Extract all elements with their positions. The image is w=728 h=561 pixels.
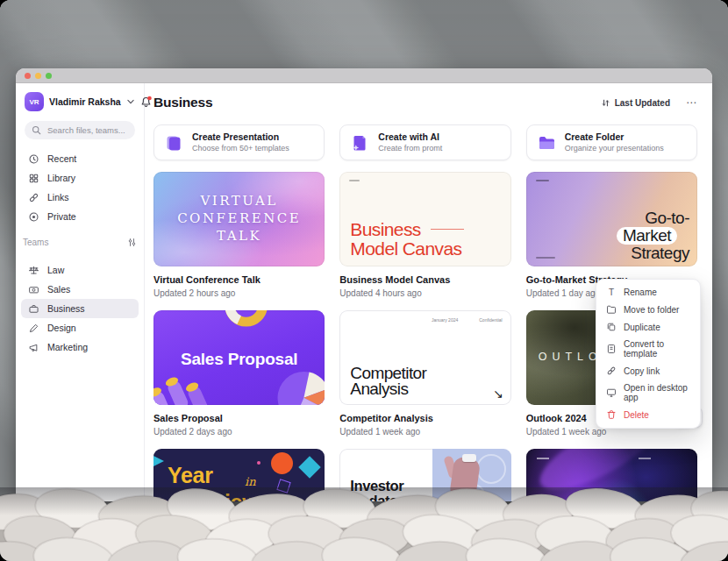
scales-icon [28,265,39,276]
card-updated: Updated 2 hours ago [153,288,325,299]
menu-item-delete[interactable]: Delete [596,406,700,423]
create-title: Create Folder [565,131,664,142]
sidebar-item-label: Law [47,265,64,275]
card-updated: Updated 4 hours ago [339,288,510,299]
thumbnail-art-text: Competitor Analysis [350,366,426,398]
pebbles-photo [0,487,728,561]
card-title: Competitor Analysis [339,413,510,424]
sidebar-item-marketing[interactable]: Marketing [21,337,139,357]
folder-icon [536,132,557,153]
sidebar-item-design[interactable]: Design [21,318,139,337]
sidebar-item-label: Marketing [47,342,88,352]
sort-label: Last Updated [615,98,670,108]
menu-item-move-to-folder[interactable]: Move to folder [596,301,700,318]
sidebar-item-label: Business [47,303,85,314]
create-title: Create with AI [378,131,442,142]
thumbnail-art-text: Business Model Canvas [350,220,463,259]
create-subtitle: Organize your presentations [565,144,664,153]
decor-diamond [299,456,321,478]
minimize-button[interactable] [35,73,41,79]
banknote-icon [28,284,39,295]
thumbnail-tiny-text [349,180,360,181]
sidebar: VR Vladimir Raksha [16,83,145,501]
screenshot-stage: VR Vladimir Raksha [0,0,728,561]
thumbnail-art-text: Sales Proposal [153,310,325,405]
thumbnail-go-to-market-strategy[interactable]: Go-to- Market Strategy [526,172,697,266]
sidebar-item-library[interactable]: Library [21,168,139,188]
thumbnail-art-text: VIRTUAL CONFERENCE TALK [153,172,325,266]
workspace-switcher[interactable]: VR Vladimir Raksha [16,90,144,113]
app-window: VR Vladimir Raksha [16,68,712,501]
link-icon [28,192,39,203]
sidebar-item-label: Library [47,173,75,183]
card-updated: Updated 1 week ago [339,427,510,437]
sidebar-item-business[interactable]: Business [21,299,139,318]
trash-icon [606,409,617,420]
zoom-button[interactable] [46,73,52,79]
folder-icon [606,304,617,315]
menu-item-duplicate[interactable]: Duplicate [596,318,700,336]
clock-icon [28,153,39,165]
sidebar-item-label: Links [47,192,69,202]
avatar: VR [25,92,44,111]
window-titlebar [16,68,712,83]
create-title: Create Presentation [192,131,289,142]
card-title: Virtual Conference Talk [153,274,325,286]
decor-circle [271,452,293,474]
menu-item-rename[interactable]: T Rename [596,284,700,301]
ai-doc-icon [349,132,370,153]
presentation-card-sales-proposal[interactable]: Sales Proposal Sales Proposal Updated 2 … [153,310,325,437]
search-bar[interactable] [25,121,135,139]
thumbnail-sales-proposal[interactable]: Sales Proposal [153,310,325,405]
chevron-down-icon [127,99,134,104]
thumbnail-art-text: Go-to- Market Strategy [617,209,689,262]
menu-item-convert-to-template[interactable]: Convert to template [596,336,700,362]
create-presentation-button[interactable]: Create Presentation Choose from 50+ temp… [153,124,325,160]
thumbnail-business-model-canvas[interactable]: Business Model Canvas [339,172,510,266]
thumbnail-tiny-text [536,257,555,259]
duplicate-icon [606,322,617,332]
decor-triangle [153,456,164,466]
sidebar-item-recent[interactable]: Recent [21,149,139,168]
create-folder-button[interactable]: Create Folder Organize your presentation… [526,124,697,160]
thumbnail-virtual-conference-talk[interactable]: VIRTUAL CONFERENCE TALK [153,172,325,266]
sidebar-item-private[interactable]: Private [21,207,139,226]
presentation-card-business-model-canvas[interactable]: Business Model Canvas Business Model Can… [339,172,510,299]
presentation-card-competitor-analysis[interactable]: January 2024Confidential Competitor Anal… [339,310,510,437]
create-subtitle: Choose from 50+ templates [192,144,289,153]
sort-arrows-icon [601,98,610,108]
teams-section-label: Teams [23,238,48,247]
card-title: Business Model Canvas [339,274,510,286]
more-options-icon[interactable]: ⋯ [686,97,697,108]
teams-sort-icon[interactable] [127,238,137,247]
sidebar-item-links[interactable]: Links [21,188,139,207]
menu-item-copy-link[interactable]: Copy link [596,362,700,380]
thumbnail-art-text: in [245,475,256,488]
decor-dot [257,461,261,465]
context-menu: T Rename Move to folder Duplicate Conve [596,279,701,429]
presentation-card-virtual-conference-talk[interactable]: VIRTUAL CONFERENCE TALK Virtual Conferen… [153,172,325,299]
sidebar-item-law[interactable]: Law [21,260,139,280]
create-subtitle: Create from promt [378,144,442,153]
thumbnail-tiny-text [536,180,549,181]
search-input[interactable] [46,124,128,136]
thumbnail-meta-text: January 2024Confidential [339,317,502,323]
sidebar-item-label: Private [47,211,76,222]
menu-item-open-in-desktop-app[interactable]: Open in desktop app [596,380,700,406]
dash-line [431,229,464,231]
sidebar-item-label: Design [47,323,76,333]
sort-button[interactable]: Last Updated [601,98,670,108]
close-button[interactable] [25,73,31,79]
template-icon [606,344,617,354]
create-with-ai-button[interactable]: Create with AI Create from promt [339,124,510,160]
thumbnail-art-text: Year [168,463,213,488]
arrow-down-right-icon: ↘ [493,387,503,401]
presentation-doc-icon [163,132,184,153]
card-updated: Updated 2 days ago [153,427,325,437]
monitor-icon [606,387,617,398]
thumbnail-tiny-text [639,458,651,459]
card-title: Sales Proposal [153,413,325,424]
sidebar-item-sales[interactable]: Sales [21,280,139,299]
decor-vr-headset [462,454,476,462]
thumbnail-competitor-analysis[interactable]: January 2024Confidential Competitor Anal… [339,310,510,405]
